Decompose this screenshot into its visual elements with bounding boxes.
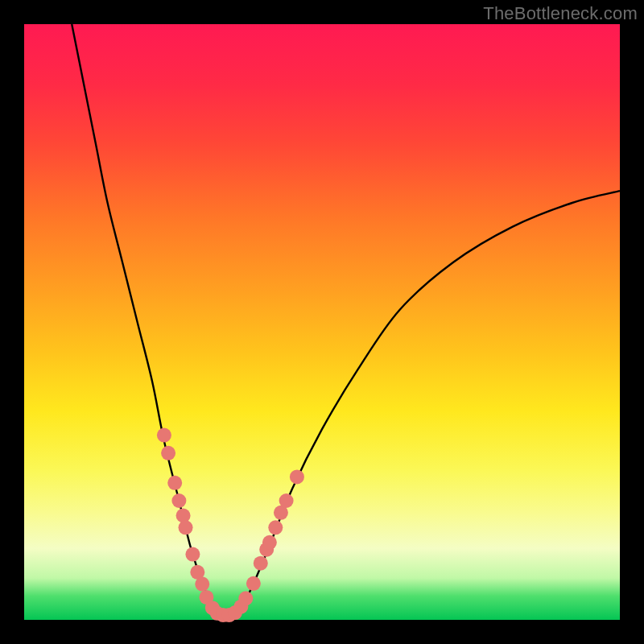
curve-markers [157, 428, 304, 622]
plot-area [24, 24, 620, 620]
curve-marker [179, 520, 193, 535]
curve-marker [254, 556, 268, 571]
curve-marker [167, 476, 182, 490]
curve-marker [238, 591, 253, 605]
curve-marker [176, 509, 191, 523]
curve-marker [171, 493, 186, 508]
curve-marker [157, 428, 171, 443]
curve-marker [279, 493, 294, 508]
curve-marker [290, 469, 304, 484]
curve-marker [268, 520, 283, 535]
curve-marker [262, 535, 277, 550]
watermark-text: TheBottleneck.com [483, 3, 638, 24]
curve-marker [185, 547, 200, 562]
curve-marker [161, 446, 175, 460]
curve-marker [195, 577, 209, 592]
outer-frame: TheBottleneck.com [0, 0, 644, 644]
bottleneck-curve [72, 24, 620, 616]
chart-svg [24, 24, 620, 620]
curve-marker [246, 576, 261, 591]
